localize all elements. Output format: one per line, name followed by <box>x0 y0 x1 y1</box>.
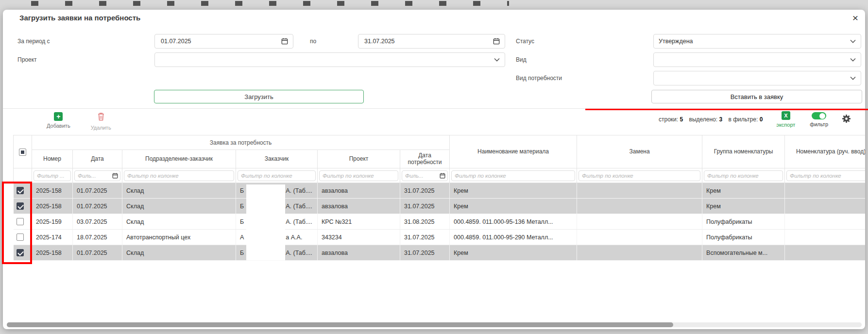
calendar-icon <box>440 173 445 179</box>
column-header-project[interactable]: Проект <box>318 150 400 168</box>
selected-label: выделено: <box>689 116 718 123</box>
period-to-label: по <box>310 38 316 45</box>
export-label: экспорт <box>776 122 795 128</box>
cell-material: 000.4859. 011.000-95-136 Металл... <box>450 214 577 230</box>
calendar-icon <box>112 173 118 179</box>
cell-replacement <box>577 230 702 245</box>
filtered-label: в фильтре: <box>729 116 758 123</box>
filter-group-input[interactable] <box>704 170 783 181</box>
column-header-replacement[interactable]: Замена <box>577 135 702 168</box>
cell-department: Автотранспортный цех <box>122 230 236 245</box>
cell-number: 2025-174 <box>32 230 73 245</box>
cell-project: 343234 <box>318 230 400 245</box>
horizontal-scrollbar-thumb[interactable] <box>7 322 673 327</box>
need-type-select[interactable] <box>653 71 861 85</box>
filter-material-input[interactable] <box>451 170 575 181</box>
column-header-group[interactable]: Группа номенклатуры <box>702 135 785 168</box>
table-row[interactable]: 2025-17418.07.2025Автотранспортный цехАа… <box>14 230 866 245</box>
cell-department: Склад <box>122 245 236 261</box>
load-button[interactable]: Загрузить <box>154 90 364 103</box>
cell-group: Вспомогательные м... <box>702 245 785 261</box>
cell-material: 000.4859. 011.000-95-290 Металл... <box>450 230 577 245</box>
cell-manual <box>785 199 865 214</box>
group-header: Заявка за потребность <box>32 135 450 150</box>
column-header-manual[interactable]: Номенклатура (руч. ввод) <box>785 135 865 168</box>
cell-department: Склад <box>122 214 236 230</box>
add-button[interactable]: + Добавить <box>47 112 70 131</box>
select-all-cell[interactable] <box>14 135 32 168</box>
selected-count: 3 <box>719 116 722 123</box>
cell-number: 2025-159 <box>32 214 73 230</box>
status-value: Утверждена <box>659 38 847 45</box>
cell-date: 01.07.2025 <box>73 183 122 199</box>
table-row[interactable]: 2025-15801.07.2025СкладБА. (Таб....авзал… <box>14 199 866 214</box>
filter-manual-input[interactable] <box>786 170 865 181</box>
export-button[interactable]: X экспорт <box>776 111 795 128</box>
cell-material: Крем <box>450 245 577 261</box>
filter-number-input[interactable] <box>34 170 71 181</box>
filter-customer-cell <box>236 168 318 183</box>
filter-replacement-input[interactable] <box>579 170 700 181</box>
period-to-input[interactable] <box>363 37 490 45</box>
period-from-field[interactable] <box>154 34 293 49</box>
rows-label: строки: <box>659 116 678 123</box>
column-header-number[interactable]: Номер <box>32 150 73 168</box>
chevron-down-icon <box>494 58 500 62</box>
column-header-department[interactable]: Подразделение-заказчик <box>122 150 236 168</box>
cell-manual <box>785 183 865 199</box>
filter-material-cell <box>450 168 577 183</box>
cell-number: 2025-158 <box>32 245 73 261</box>
select-all-checkbox[interactable] <box>19 149 26 156</box>
filter-manual-cell <box>785 168 865 183</box>
cell-need_date: 31.07.2025 <box>400 199 450 214</box>
cell-number: 2025-158 <box>32 199 73 214</box>
cell-group: Полуфабрикаты <box>702 230 785 245</box>
chevron-down-icon <box>850 58 856 62</box>
insert-into-request-button[interactable]: Вставить в заявку <box>651 90 862 103</box>
calendar-icon[interactable] <box>493 38 500 45</box>
column-header-date[interactable]: Дата <box>73 150 122 168</box>
filter-date-cell <box>73 168 122 183</box>
cell-date: 01.07.2025 <box>73 199 122 214</box>
filter-toggle[interactable] <box>812 112 826 119</box>
delete-button[interactable]: Удалить <box>91 112 111 131</box>
period-from-label: За период с <box>17 38 50 45</box>
horizontal-scrollbar[interactable] <box>7 322 862 327</box>
status-select[interactable]: Утверждена <box>653 34 861 49</box>
column-header-need-date[interactable]: Дата потребности <box>400 150 450 168</box>
filter-toggle-label: фильтр <box>810 121 828 127</box>
trash-icon <box>97 112 105 123</box>
column-header-material[interactable]: Наименование материала <box>450 135 577 168</box>
filter-project-input[interactable] <box>319 170 398 181</box>
delete-button-label: Удалить <box>91 125 111 131</box>
chevron-down-icon <box>850 39 856 43</box>
cell-replacement <box>577 214 702 230</box>
table-row[interactable]: 2025-15903.07.2025СкладБА. (Таб....КРС №… <box>14 214 866 230</box>
project-select[interactable] <box>154 52 505 67</box>
rows-count: 5 <box>680 116 683 123</box>
cell-date: 18.07.2025 <box>73 230 122 245</box>
close-icon[interactable]: × <box>852 13 858 23</box>
filter-date-input[interactable] <box>77 171 112 181</box>
cell-need_date: 31.07.2025 <box>400 245 450 261</box>
filter-department-input[interactable] <box>124 170 234 181</box>
cell-need_date: 31.08.2025 <box>400 214 450 230</box>
filter-customer-input[interactable] <box>238 170 316 181</box>
load-requests-dialog: Загрузить заявки на потребность × За пер… <box>3 10 865 329</box>
period-to-field[interactable] <box>358 34 505 49</box>
calendar-icon[interactable] <box>281 38 288 45</box>
period-from-input[interactable] <box>160 37 278 45</box>
table-row[interactable]: 2025-15801.07.2025СкладБА. (Таб....авзал… <box>14 183 866 199</box>
table-row[interactable]: 2025-15801.07.2025СкладБА. (Таб....авзал… <box>14 245 866 261</box>
cell-date: 03.07.2025 <box>73 214 122 230</box>
cell-date: 01.07.2025 <box>73 245 122 261</box>
filter-need-date-input[interactable] <box>404 171 440 181</box>
settings-button[interactable] <box>842 114 851 125</box>
filter-toggle-block[interactable]: фильтр <box>810 111 828 127</box>
table-body: 2025-15801.07.2025СкладБА. (Таб....авзал… <box>14 183 866 261</box>
project-label: Проект <box>17 56 37 63</box>
vid-select[interactable] <box>653 52 861 67</box>
cell-material: Крем <box>450 183 577 199</box>
column-header-customer[interactable]: Заказчик <box>236 150 318 168</box>
annotation-red-line-insert-button <box>585 109 868 110</box>
